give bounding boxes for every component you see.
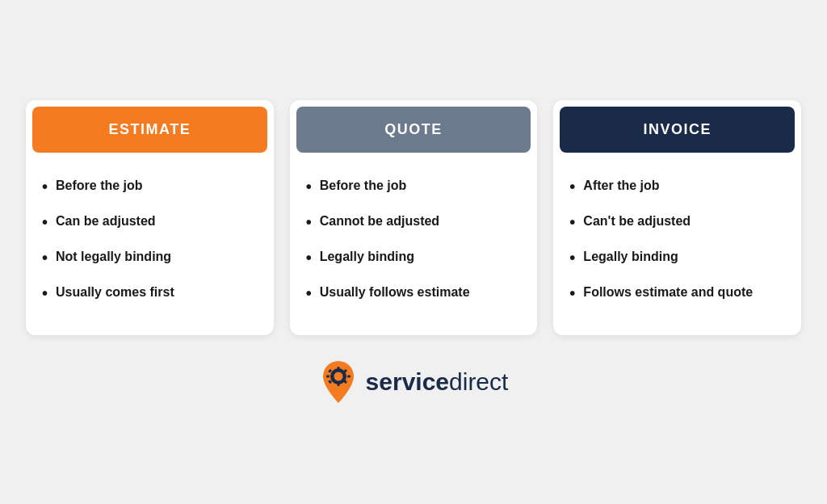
header-estimate: ESTIMATE bbox=[32, 107, 267, 153]
list-item: After the job bbox=[569, 169, 785, 204]
list-item: Legally binding bbox=[306, 240, 522, 275]
list-item: Can't be adjusted bbox=[569, 204, 785, 240]
column-invoice: INVOICEAfter the jobCan't be adjustedLeg… bbox=[553, 100, 801, 335]
list-item: Usually comes first bbox=[42, 275, 258, 311]
list-estimate: Before the jobCan be adjustedNot legally… bbox=[42, 169, 258, 311]
svg-point-1 bbox=[334, 372, 342, 380]
list-item: Not legally binding bbox=[42, 240, 258, 275]
column-estimate: ESTIMATEBefore the jobCan be adjustedNot… bbox=[26, 100, 274, 335]
list-item: Follows estimate and quote bbox=[569, 275, 785, 311]
body-estimate: Before the jobCan be adjustedNot legally… bbox=[26, 153, 274, 335]
list-item: Usually follows estimate bbox=[306, 275, 522, 311]
header-invoice: INVOICE bbox=[560, 107, 795, 153]
logo-direct: direct bbox=[449, 368, 508, 395]
svg-rect-5 bbox=[347, 375, 351, 377]
logo: servicedirect bbox=[319, 359, 509, 405]
svg-rect-4 bbox=[326, 375, 330, 377]
svg-rect-2 bbox=[337, 367, 339, 370]
body-quote: Before the jobCannot be adjustedLegally … bbox=[290, 153, 538, 335]
svg-rect-3 bbox=[337, 383, 339, 386]
list-item: Can be adjusted bbox=[42, 204, 258, 240]
list-item: Legally binding bbox=[569, 240, 785, 275]
list-item: Before the job bbox=[306, 169, 522, 204]
logo-icon bbox=[319, 359, 358, 405]
list-item: Cannot be adjusted bbox=[306, 204, 522, 240]
list-quote: Before the jobCannot be adjustedLegally … bbox=[306, 169, 522, 311]
logo-service: service bbox=[366, 368, 449, 395]
list-invoice: After the jobCan't be adjustedLegally bi… bbox=[569, 169, 785, 311]
body-invoice: After the jobCan't be adjustedLegally bi… bbox=[553, 153, 801, 335]
comparison-container: ESTIMATEBefore the jobCan be adjustedNot… bbox=[26, 100, 801, 335]
header-quote: QUOTE bbox=[296, 107, 531, 153]
list-item: Before the job bbox=[42, 169, 258, 204]
logo-text: servicedirect bbox=[366, 368, 509, 396]
column-quote: QUOTEBefore the jobCannot be adjustedLeg… bbox=[290, 100, 538, 335]
